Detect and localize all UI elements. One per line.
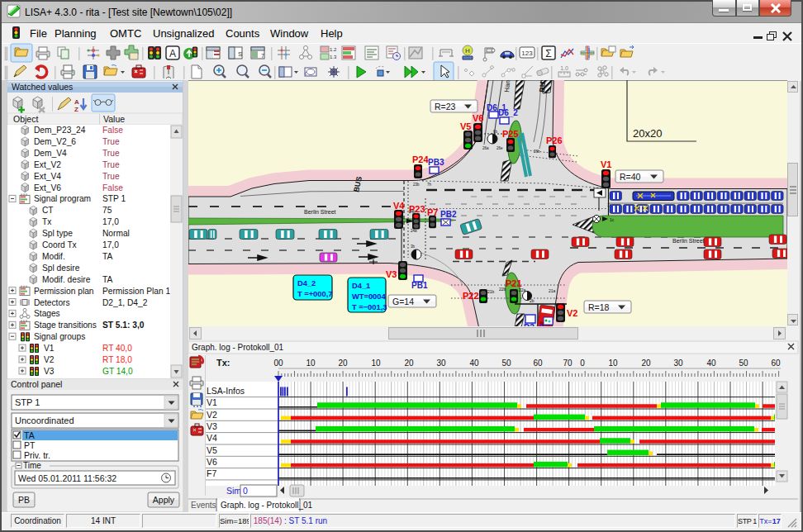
svg-text:Permission Plan 1: Permission Plan 1 [102,287,170,296]
svg-text:26a: 26a [482,146,489,150]
svg-text:R=18: R=18 [588,302,610,312]
svg-text:D4_2: D4_2 [297,279,316,287]
svg-text:7: 7 [261,53,264,59]
svg-text:True: True [102,172,120,181]
svg-text:10: 10 [306,359,316,368]
svg-text:21a: 21a [549,288,556,293]
svg-text:P26: P26 [546,135,563,145]
svg-text:Permission plan: Permission plan [34,287,93,296]
svg-text:V1: V1 [44,344,55,353]
svg-text:PB1: PB1 [411,281,428,290]
svg-text:True: True [102,160,120,169]
svg-text:T =+000,7: T =+000,7 [297,290,332,298]
svg-text:S: S [238,50,242,58]
svg-text:LSA-Infos: LSA-Infos [207,386,245,396]
svg-text:RT 18,0: RT 18,0 [102,355,132,364]
svg-text:PB3: PB3 [428,158,444,167]
svg-text:V3: V3 [386,269,397,279]
svg-text:30: 30 [436,359,446,368]
svg-text:50: 50 [739,359,748,368]
svg-text:False: False [102,183,123,192]
svg-text:21b: 21b [487,289,495,294]
svg-text:G=14: G=14 [392,297,414,306]
svg-text:17,0: 17,0 [102,240,119,249]
svg-text:True: True [102,137,120,146]
svg-text:Graph. log - Protokoll_01: Graph. log - Protokoll_01 [192,343,284,352]
svg-text:Control panel: Control panel [11,379,62,389]
svg-text:Σ: Σ [545,48,551,59]
svg-text:10: 10 [608,359,618,368]
svg-text:V5: V5 [460,121,471,131]
svg-text:Spl desire: Spl desire [42,264,80,273]
svg-text:40: 40 [469,359,479,368]
svg-text:7h: 7h [427,183,432,187]
svg-text:A: A [74,98,79,106]
svg-text:Graph. log - Protokoll_01: Graph. log - Protokoll_01 [221,501,313,510]
svg-text:V1: V1 [601,159,611,169]
svg-text:V3: V3 [207,421,217,431]
svg-text:123: 123 [521,50,533,57]
svg-text:PT: PT [24,440,36,450]
svg-text:Ext_V6: Ext_V6 [34,183,61,192]
svg-text:20: 20 [641,359,651,368]
svg-text:Time: Time [23,461,41,470]
svg-text:17,0: 17,0 [102,217,119,226]
svg-text:10: 10 [371,359,381,368]
svg-text:Berlin Street: Berlin Street [304,209,336,215]
svg-text:60: 60 [533,359,543,368]
svg-text:TA: TA [102,252,112,261]
svg-text:Stage transitions: Stage transitions [34,321,97,330]
svg-text:Normal: Normal [102,229,130,238]
svg-text:D2_1, D4_2: D2_1, D4_2 [102,298,148,307]
svg-text:0: 0 [243,486,248,496]
svg-text:Modif.: Modif. [42,252,65,261]
svg-text:D6_2: D6_2 [498,108,518,117]
svg-text:V4: V4 [207,433,217,443]
svg-text:Stages: Stages [34,309,60,318]
svg-text:PB2: PB2 [440,210,457,219]
svg-text:PB: PB [18,495,30,505]
svg-text:Wed 05.01.2011 11:56:32: Wed 05.01.2011 11:56:32 [18,473,116,483]
svg-text:20: 20 [338,359,348,368]
svg-text:24b: 24b [409,210,416,214]
svg-text:STP 1: STP 1 [102,194,126,203]
svg-text:Ext_V2: Ext_V2 [34,160,61,169]
svg-text:D4_1: D4_1 [352,282,370,290]
svg-text:22a: 22a [519,287,526,292]
svg-text:F7: F7 [207,468,216,478]
svg-text:Dem_V2_6: Dem_V2_6 [34,137,76,146]
svg-text:30: 30 [673,359,683,368]
svg-text:1.2: 1.2 [330,47,337,52]
svg-text:False: False [102,126,123,135]
svg-text:V2: V2 [44,355,55,364]
svg-text:0: 0 [580,359,585,368]
svg-text:R=40: R=40 [620,172,641,182]
svg-text:Coord Tx: Coord Tx [42,240,77,249]
svg-text:Z: Z [74,106,78,113]
svg-text:Tx:: Tx: [216,358,230,368]
svg-text:Events: Events [191,501,216,510]
svg-text:20: 20 [404,359,414,368]
svg-text:Sim: Sim [226,486,241,496]
svg-text:40: 40 [706,359,716,368]
svg-text:ST 5.1: 3,0: ST 5.1: 3,0 [102,321,145,330]
svg-text:Apply: Apply [153,495,175,505]
svg-text:2b: 2b [530,298,535,303]
svg-text:RT 40,0: RT 40,0 [102,344,132,353]
svg-text:Tx: Tx [42,217,51,226]
svg-text:1c: 1c [610,217,615,222]
svg-text:Han: Han [503,80,511,93]
svg-text:Berlin Street: Berlin Street [672,238,705,244]
svg-text:P24: P24 [412,154,429,164]
svg-text:GT 14,0: GT 14,0 [102,367,133,376]
svg-text:Priv. tr.: Priv. tr. [24,450,50,460]
svg-text:STP 1: STP 1 [15,397,40,407]
svg-text:P22: P22 [463,291,479,301]
svg-text:Dem_P23_24: Dem_P23_24 [34,126,86,135]
svg-text:Signal groups: Signal groups [34,332,85,341]
svg-text:75: 75 [102,206,112,215]
svg-text:60: 60 [771,359,781,368]
svg-text:CT: CT [42,206,54,215]
svg-text:6b: 6b [493,130,498,134]
svg-text:V4: V4 [393,201,405,211]
